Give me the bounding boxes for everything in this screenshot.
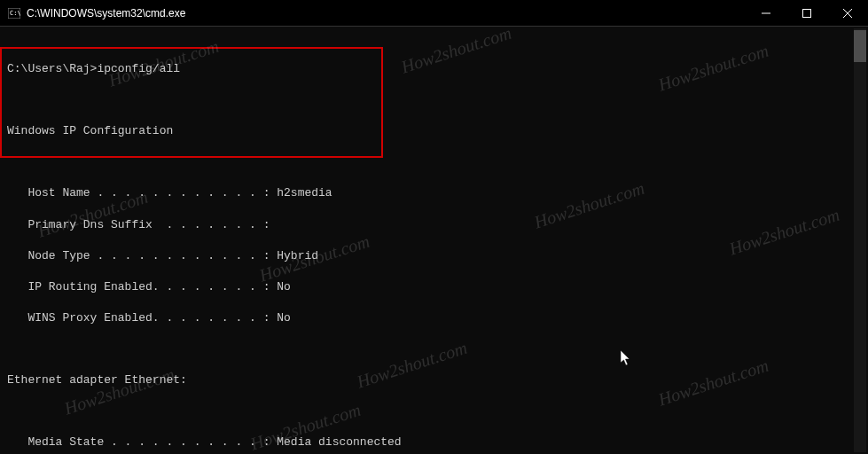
close-button[interactable] <box>827 0 868 26</box>
blank-line <box>7 341 861 357</box>
output-row: WINS Proxy Enabled. . . . . . . . : No <box>7 310 861 326</box>
cmd-icon: C:\ <box>7 6 21 20</box>
prompt-line: C:\Users\Raj>ipconfig/all <box>7 61 861 77</box>
svg-text:C:\: C:\ <box>10 10 20 17</box>
blank-line <box>7 92 861 108</box>
minimize-button[interactable] <box>746 0 786 26</box>
section-header: Ethernet adapter Ethernet: <box>7 372 861 388</box>
maximize-button[interactable] <box>786 0 827 26</box>
window-controls <box>746 0 868 26</box>
command-text: ipconfig/all <box>97 62 180 75</box>
svg-rect-3 <box>803 9 811 17</box>
output-row: Node Type . . . . . . . . . . . . : Hybr… <box>7 248 861 264</box>
host-name-value: h2smedia <box>277 186 332 200</box>
ip-routing-value: No <box>277 280 291 294</box>
output-row: Media State . . . . . . . . . . . : Medi… <box>7 434 861 450</box>
output-row: IP Routing Enabled. . . . . . . . : No <box>7 279 861 295</box>
output-row: Host Name . . . . . . . . . . . . : h2sm… <box>7 185 861 201</box>
wins-proxy-value: No <box>277 311 291 325</box>
vertical-scrollbar[interactable] <box>854 28 866 452</box>
window-titlebar: C:\ C:\WINDOWS\system32\cmd.exe <box>0 0 868 27</box>
blank-line <box>7 403 861 419</box>
blank-line <box>7 154 861 170</box>
node-type-value: Hybrid <box>277 249 318 262</box>
media-state-value: Media disconnected <box>277 435 401 449</box>
section-header: Windows IP Configuration <box>7 123 861 139</box>
scroll-thumb[interactable] <box>854 30 866 62</box>
window-title: C:\WINDOWS\system32\cmd.exe <box>27 7 746 20</box>
prompt-path: C:\Users\Raj> <box>7 62 97 75</box>
output-row: Primary Dns Suffix . . . . . . . : <box>7 217 861 233</box>
terminal-output[interactable]: C:\Users\Raj>ipconfig/all Windows IP Con… <box>0 27 868 454</box>
